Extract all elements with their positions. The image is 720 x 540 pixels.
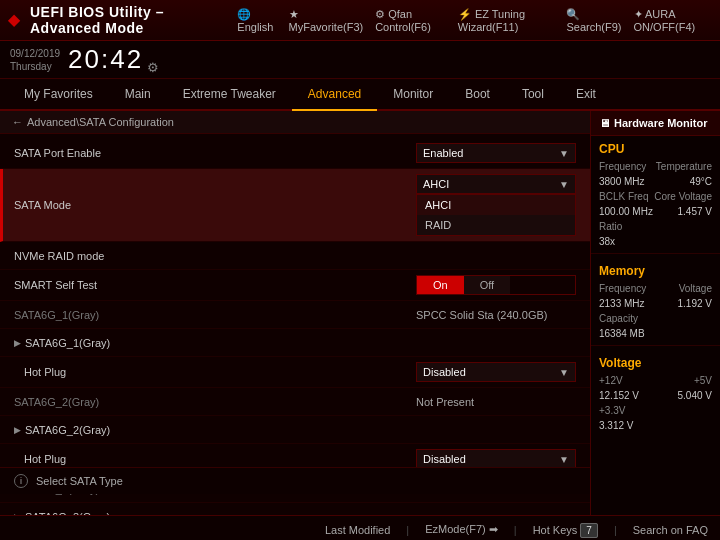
hw-cpu-bclk-value: 100.00 MHz [599,206,653,217]
last-modified-link[interactable]: Last Modified [325,524,390,536]
info-row: i Select SATA Type [0,467,590,494]
setting-sata6g1-expand[interactable]: ▶ SATA6G_1(Gray) [0,329,590,357]
hardware-monitor-panel: 🖥 Hardware Monitor CPU Frequency Tempera… [590,111,720,515]
hw-volt-33-value: 3.312 V [599,420,633,431]
toggle-on-button[interactable]: On [417,276,464,294]
setting-hot-plug-1: Hot Plug Disabled ▼ [0,357,590,388]
smart-self-test-value[interactable]: On Off [416,275,576,295]
hw-mem-cap-label: Capacity [599,313,638,324]
hw-cpu-corev-label: Core Voltage [654,191,712,202]
sata-port-enable-label: SATA Port Enable [14,147,416,159]
sata-mode-dropdown-list[interactable]: AHCI RAID [416,194,576,236]
smart-toggle[interactable]: On Off [416,275,576,295]
myfavorites-icon[interactable]: ★ MyFavorite(F3) [289,8,364,33]
hw-volt-5-value: 5.040 V [678,390,712,401]
nvme-raid-label: NVMe RAID mode [14,250,416,262]
hw-volt-12-value: 12.152 V [599,390,639,401]
hw-cpu-ratio-value: 38x [599,236,615,247]
ezmode-button[interactable]: EzMode(F7) ➡ [425,523,498,536]
setting-smart-self-test: SMART Self Test On Off [0,270,590,301]
sata-mode-dropdown[interactable]: AHCI ▼ [416,174,576,194]
tab-exit[interactable]: Exit [560,79,612,111]
bottom-bar: Last Modified | EzMode(F7) ➡ | Hot Keys … [0,515,720,540]
dropdown-arrow-icon: ▼ [559,179,569,190]
hw-cpu-temp-value: 49°C [690,176,712,187]
language-icon[interactable]: 🌐 English [237,8,276,33]
toggle-off-button[interactable]: Off [464,276,510,294]
monitor-icon: 🖥 [599,117,610,129]
hot-plug-1-dropdown[interactable]: Disabled ▼ [416,362,576,382]
hw-volt-33-row: +3.3V [591,403,720,418]
hw-volt-33-label: +3.3V [599,405,625,416]
rog-logo: ◆ [8,11,20,29]
tab-main[interactable]: Main [109,79,167,111]
hw-monitor-header: 🖥 Hardware Monitor [591,111,720,136]
dropdown-option-ahci[interactable]: AHCI [417,195,575,215]
hot-plug-2-dropdown[interactable]: Disabled ▼ [416,449,576,469]
hw-cpu-freq-val-row: 3800 MHz 49°C [591,174,720,189]
tab-tool[interactable]: Tool [506,79,560,111]
hot-plug-2-value[interactable]: Disabled ▼ [416,449,576,469]
sata6g2-info-label: SATA6G_2(Gray) [14,396,416,408]
setting-sata6g2-expand[interactable]: ▶ SATA6G_2(Gray) [0,416,590,444]
settings-gear-icon[interactable]: ⚙ [147,60,159,75]
sata-port-enable-dropdown[interactable]: Enabled ▼ [416,143,576,163]
main-layout: ← Advanced\SATA Configuration SATA Port … [0,111,720,515]
hot-plug-1-label: Hot Plug [24,366,416,378]
tab-monitor[interactable]: Monitor [377,79,449,111]
hw-cpu-ratio-val-row: 38x [591,234,720,249]
nav-tabs: My Favorites Main Extreme Tweaker Advanc… [0,79,720,111]
back-arrow-icon[interactable]: ← [12,116,23,128]
setting-nvme-raid: NVMe RAID mode [0,242,590,270]
setting-sata-port-enable: SATA Port Enable Enabled ▼ [0,138,590,169]
hotkeys-button[interactable]: Hot Keys 7 [533,524,598,536]
search-icon[interactable]: 🔍 Search(F9) [566,8,621,33]
breadcrumb-path: Advanced\SATA Configuration [27,116,174,128]
aura-icon[interactable]: ✦ AURA ON/OFF(F4) [634,8,712,33]
info-text: Select SATA Type [36,475,123,487]
hw-cpu-freq-value: 3800 MHz [599,176,645,187]
hw-mem-volt-label: Voltage [679,283,712,294]
setting-sata6g1-info: SATA6G_1(Gray) SPCC Solid Sta (240.0GB) [0,301,590,329]
hw-divider-1 [591,253,720,254]
setting-sata6g3-expand[interactable]: ▶ SATA6G_3(Gray) [0,503,590,515]
expand-arrow-icon: ▶ [14,425,21,435]
hw-volt-12-row: +12V +5V [591,373,720,388]
dropdown-arrow-icon: ▼ [559,148,569,159]
tab-my-favorites[interactable]: My Favorites [8,79,109,111]
hw-cpu-ratio-row: Ratio [591,219,720,234]
bottom-keys: Last Modified | EzMode(F7) ➡ | Hot Keys … [0,519,720,540]
hw-cpu-section: CPU [591,136,720,159]
qfan-icon[interactable]: ⚙ Qfan Control(F6) [375,8,446,33]
hw-cpu-freq-row: Frequency Temperature [591,159,720,174]
setting-sata6g2-info: SATA6G_2(Gray) Not Present [0,388,590,416]
hw-cpu-bclk-val-row: 100.00 MHz 1.457 V [591,204,720,219]
sata6g3-expand-label: SATA6G_3(Gray) [25,511,576,516]
hw-volt-5-label: +5V [694,375,712,386]
hw-mem-volt-value: 1.192 V [678,298,712,309]
hw-mem-freq-label: Frequency [599,283,646,294]
sata-port-enable-value[interactable]: Enabled ▼ [416,143,576,163]
dropdown-option-raid[interactable]: RAID [417,215,575,235]
tab-advanced[interactable]: Advanced [292,79,377,111]
tab-boot[interactable]: Boot [449,79,506,111]
hw-cpu-bclk-label: BCLK Freq [599,191,648,202]
setting-sata-mode: SATA Mode AHCI ▼ AHCI RAID [0,169,590,242]
bios-header: ◆ UEFI BIOS Utility – Advanced Mode 🌐 En… [0,0,720,41]
search-faq-button[interactable]: Search on FAQ [633,524,708,536]
tab-extreme-tweaker[interactable]: Extreme Tweaker [167,79,292,111]
hw-cpu-bclk-row: BCLK Freq Core Voltage [591,189,720,204]
expand-arrow-icon: ▶ [14,512,21,516]
sata-mode-label: SATA Mode [14,199,416,211]
breadcrumb: ← Advanced\SATA Configuration [0,111,590,134]
hw-memory-section: Memory [591,258,720,281]
hot-plug-1-value[interactable]: Disabled ▼ [416,362,576,382]
hw-divider-2 [591,345,720,346]
hw-cpu-corev-value: 1.457 V [678,206,712,217]
sata-mode-value[interactable]: AHCI ▼ AHCI RAID [416,174,576,236]
eztuning-icon[interactable]: ⚡ EZ Tuning Wizard(F11) [458,8,555,33]
hw-cpu-freq-label: Frequency [599,161,646,172]
smart-self-test-label: SMART Self Test [14,279,416,291]
left-panel: ← Advanced\SATA Configuration SATA Port … [0,111,590,515]
hw-mem-freq-val-row: 2133 MHz 1.192 V [591,296,720,311]
